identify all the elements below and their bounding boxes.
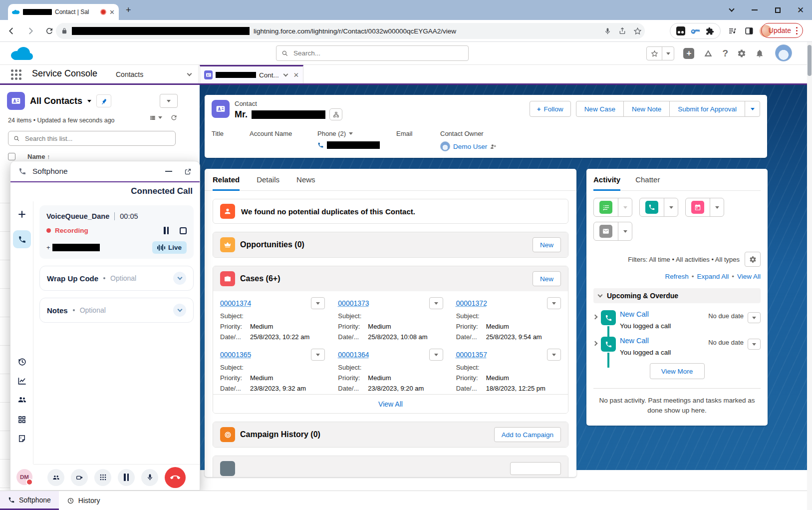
view-all-link[interactable]: View All (737, 273, 761, 280)
dialpad-icon[interactable] (94, 469, 111, 486)
trailhead-icon[interactable] (703, 49, 713, 58)
phone-caret-icon[interactable] (349, 132, 353, 135)
agent-avatar[interactable]: DM (16, 469, 32, 485)
new-tab-button[interactable]: + (126, 6, 131, 14)
case-actions-caret-icon[interactable] (429, 297, 443, 309)
add-to-campaign-button[interactable]: Add to Campaign (494, 427, 561, 442)
favorites-group[interactable] (646, 46, 674, 60)
end-call-icon[interactable] (165, 467, 186, 488)
cases-title[interactable]: Cases (6+) (240, 274, 528, 283)
view-more-button[interactable]: View More (650, 363, 705, 379)
new-case-button[interactable]: New (533, 271, 561, 286)
reload-button[interactable] (42, 23, 57, 38)
list-search-input[interactable] (24, 134, 170, 143)
select-all-checkbox[interactable] (8, 153, 15, 160)
new-opportunity-button[interactable]: New (533, 237, 561, 252)
close-icon[interactable]: ✕ (293, 71, 299, 79)
mic-icon[interactable] (604, 27, 611, 35)
name-column-header[interactable]: Name ↑ (27, 153, 50, 160)
reading-list-icon[interactable] (728, 27, 737, 35)
new-task-button[interactable] (594, 198, 618, 216)
forward-button[interactable] (23, 23, 38, 38)
app-launcher-waffle-icon[interactable] (11, 69, 21, 80)
change-owner-icon[interactable] (490, 143, 497, 150)
chevron-down-icon[interactable] (283, 72, 288, 77)
display-as-icon[interactable] (149, 114, 162, 121)
new-note-button[interactable]: New Note (623, 101, 669, 116)
expand-all-link[interactable]: Expand All (697, 273, 729, 280)
extensions-puzzle-icon[interactable] (706, 27, 714, 35)
new-call-plus-icon[interactable] (10, 209, 33, 219)
case-link[interactable]: 00001374 (220, 299, 311, 307)
user-avatar[interactable] (775, 44, 792, 61)
chevron-down-icon[interactable] (187, 71, 192, 76)
back-button[interactable] (4, 23, 19, 38)
mute-mic-icon[interactable] (141, 469, 158, 486)
upcoming-overdue-header[interactable]: Upcoming & Overdue (593, 288, 761, 303)
activity-item-caret-icon[interactable] (748, 312, 761, 323)
refresh-link[interactable]: Refresh (665, 273, 688, 280)
minimize-icon[interactable] (165, 171, 172, 172)
case-link[interactable]: 00001364 (338, 351, 429, 359)
update-browser-button[interactable]: Update (761, 23, 803, 38)
live-chip[interactable]: Live (152, 241, 187, 254)
help-icon[interactable]: ? (722, 48, 728, 59)
tab-close-icon[interactable]: ✕ (109, 9, 115, 15)
chart-icon[interactable] (10, 376, 33, 386)
phone-number-redaction[interactable] (327, 141, 380, 149)
expand-chevron-icon[interactable] (593, 315, 598, 320)
people-icon[interactable] (10, 395, 33, 405)
notes-section[interactable]: Notes Optional (39, 298, 194, 323)
setup-gear-icon[interactable] (737, 49, 746, 58)
pin-icon[interactable] (96, 94, 111, 107)
pause-recording-icon[interactable] (164, 227, 169, 234)
case-link[interactable]: 00001357 (456, 351, 547, 359)
utility-history-tab[interactable]: History (59, 491, 108, 510)
active-call-phone-icon[interactable] (13, 230, 31, 248)
favorites-caret-icon[interactable] (662, 47, 674, 60)
share-icon[interactable] (618, 27, 626, 35)
follow-button[interactable]: +Follow (530, 101, 571, 117)
cases-view-all-link[interactable]: View All (378, 400, 403, 408)
list-search-box[interactable] (8, 131, 176, 146)
extension-icon[interactable] (676, 26, 685, 35)
task-caret-icon[interactable] (618, 198, 632, 216)
address-bar[interactable]: lightning.force.com/lightning/r/Contact/… (56, 23, 645, 39)
hierarchy-icon[interactable] (329, 108, 342, 120)
stop-recording-icon[interactable] (180, 227, 187, 234)
activity-item-link[interactable]: New Call (620, 337, 704, 345)
global-search-box[interactable] (276, 45, 469, 61)
section-action-button[interactable] (510, 462, 561, 475)
submit-for-approval-button[interactable]: Submit for Approval (669, 101, 745, 116)
tab-news[interactable]: News (296, 169, 315, 190)
case-actions-caret-icon[interactable] (547, 349, 561, 361)
quick-create-plus-icon[interactable]: + (683, 48, 694, 59)
window-minimize-button[interactable] (743, 0, 766, 20)
transfer-call-icon[interactable] (71, 469, 88, 486)
side-panel-icon[interactable] (745, 26, 754, 35)
workspace-tab-contact[interactable]: Cont... ✕ (200, 65, 303, 83)
hold-pause-icon[interactable] (118, 469, 135, 486)
favorites-star-icon[interactable] (647, 47, 662, 60)
activity-item-caret-icon[interactable] (748, 339, 761, 350)
browser-menu-icon[interactable] (796, 30, 798, 31)
tab-activity[interactable]: Activity (593, 169, 620, 190)
global-search-input[interactable] (292, 49, 463, 57)
tab-chatter[interactable]: Chatter (635, 169, 660, 190)
chevron-down-icon[interactable] (173, 304, 186, 317)
campaign-history-title[interactable]: Campaign History (0) (240, 430, 489, 439)
notifications-bell-icon[interactable] (755, 49, 764, 58)
email-caret-icon[interactable] (618, 222, 632, 240)
case-actions-caret-icon[interactable] (547, 297, 561, 309)
case-link[interactable]: 00001372 (456, 299, 547, 307)
event-caret-icon[interactable] (710, 198, 724, 216)
page-scrollbar[interactable] (807, 42, 812, 510)
case-link[interactable]: 00001373 (338, 299, 429, 307)
wrap-up-code-section[interactable]: Wrap Up Code Optional (39, 266, 194, 291)
window-maximize-button[interactable] (766, 0, 789, 20)
history-clock-icon[interactable] (10, 357, 33, 367)
utility-softphone-tab[interactable]: Softphone (0, 491, 59, 510)
popout-icon[interactable] (184, 168, 192, 175)
activity-settings-gear-icon[interactable] (745, 252, 761, 267)
window-close-button[interactable]: ✕ (789, 0, 812, 20)
